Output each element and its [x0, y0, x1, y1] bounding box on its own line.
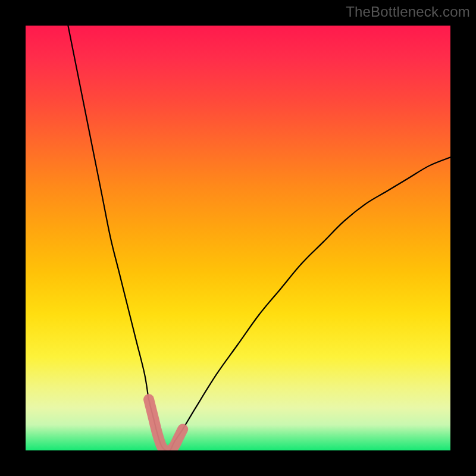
chart-container: { "watermark": "TheBottleneck.com", "cha… [0, 0, 476, 476]
highlight-band-line [149, 399, 183, 450]
plot-area [26, 26, 450, 450]
bottleneck-chart [26, 26, 450, 450]
watermark-text: TheBottleneck.com [346, 4, 470, 20]
bottleneck-curve-line [68, 26, 450, 450]
